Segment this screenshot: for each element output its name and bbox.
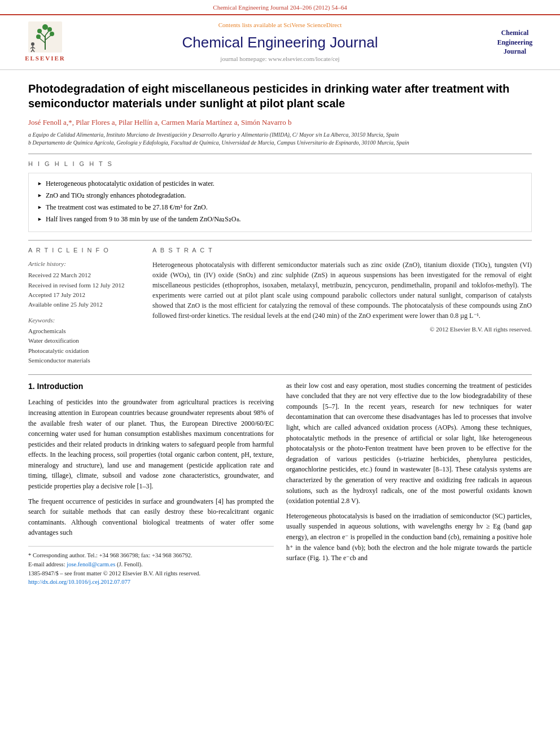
doi-footnote: http://dx.doi.org/10.1016/j.cej.2012.07.… bbox=[28, 578, 274, 587]
author-names: José Fenoll a,*, Pilar Flores a, Pilar H… bbox=[28, 118, 291, 126]
intro-para-3: as their low cost and easy operation, mo… bbox=[286, 381, 532, 506]
keyword-1: Agrochemicals bbox=[28, 327, 141, 335]
email-footnote: E-mail address: jose.fenoll@carm.es (J. … bbox=[28, 560, 274, 569]
abstract-label: A B S T R A C T bbox=[152, 246, 532, 255]
svg-point-11 bbox=[31, 42, 34, 46]
history-label: Article history: bbox=[28, 260, 141, 268]
highlight-item-3: The treatment cost was estimated to be 2… bbox=[37, 203, 523, 212]
highlight-item-1: Heterogeneous photocatalytic oxidation o… bbox=[37, 179, 523, 189]
journal-title: Chemical Engineering Journal bbox=[79, 32, 481, 53]
svg-point-6 bbox=[36, 34, 41, 39]
highlights-box: Heterogeneous photocatalytic oxidation o… bbox=[28, 173, 532, 232]
divider-1 bbox=[28, 154, 532, 154]
keyword-4: Semiconductor materials bbox=[28, 356, 141, 365]
intro-para-4: Heterogeneous photocatalysis is based on… bbox=[286, 511, 532, 563]
revised-date: Received in revised form 12 July 2012 bbox=[28, 281, 141, 290]
affiliation-b: b Departamento de Química Agrícola, Geol… bbox=[28, 139, 532, 147]
online-date: Available online 25 July 2012 bbox=[28, 300, 141, 309]
article-info-column: A R T I C L E I N F O Article history: R… bbox=[28, 246, 141, 366]
svg-point-10 bbox=[42, 24, 48, 30]
article-info-abstract: A R T I C L E I N F O Article history: R… bbox=[28, 246, 532, 366]
accepted-date: Accepted 17 July 2012 bbox=[28, 291, 141, 299]
article-info-label: A R T I C L E I N F O bbox=[28, 246, 141, 255]
copyright: © 2012 Elsevier B.V. All rights reserved… bbox=[152, 325, 532, 334]
divider-2 bbox=[28, 240, 532, 241]
keyword-3: Photocatalytic oxidation bbox=[28, 347, 141, 355]
body-col-left: 1. Introduction Leaching of pesticides i… bbox=[28, 381, 274, 587]
elsevier-logo: ELSEVIER bbox=[25, 21, 65, 63]
corresponding-author: * Corresponding author. Tel.: +34 968 36… bbox=[28, 551, 274, 560]
sciverse-link-text[interactable]: SciVerse ScienceDirect bbox=[283, 21, 342, 28]
journal-header: ELSEVIER Contents lists available at Sci… bbox=[0, 15, 560, 69]
abstract-column: A B S T R A C T Heterogeneous photocatal… bbox=[152, 246, 532, 366]
journal-title-side-box: Chemical Engineering Journal bbox=[481, 28, 549, 56]
highlight-item-2: ZnO and TiO₂ strongly enhances photodegr… bbox=[37, 191, 523, 200]
authors: José Fenoll a,*, Pilar Flores a, Pilar H… bbox=[28, 117, 532, 128]
divider-3 bbox=[28, 374, 532, 375]
footnotes: * Corresponding author. Tel.: +34 968 36… bbox=[28, 546, 274, 587]
intro-para-1: Leaching of pesticides into the groundwa… bbox=[28, 397, 274, 491]
journal-homepage: journal homepage: www.elsevier.com/locat… bbox=[79, 55, 481, 63]
body-col-right: as their low cost and easy operation, mo… bbox=[286, 381, 532, 587]
issn-footnote: 1385-8947/$ – see front matter © 2012 El… bbox=[28, 569, 274, 578]
highlights-section: H I G H L I G H T S Heterogeneous photoc… bbox=[28, 160, 532, 233]
affiliation-a: a Equipo de Calidad Alimentaria, Institu… bbox=[28, 131, 532, 139]
keyword-2: Water detoxification bbox=[28, 337, 141, 345]
highlights-label: H I G H L I G H T S bbox=[28, 160, 532, 168]
publisher-logo-area: ELSEVIER bbox=[11, 21, 79, 63]
svg-point-8 bbox=[37, 29, 42, 33]
sciverse-text: Contents lists available at SciVerse Sci… bbox=[79, 21, 481, 29]
journal-title-side: Chemical Engineering Journal bbox=[481, 28, 549, 56]
body-columns: 1. Introduction Leaching of pesticides i… bbox=[28, 381, 532, 587]
received-date: Received 22 March 2012 bbox=[28, 271, 141, 279]
elsevier-tree-icon bbox=[28, 21, 62, 53]
journal-header-center: Contents lists available at SciVerse Sci… bbox=[79, 21, 481, 63]
affiliations: a Equipo de Calidad Alimentaria, Institu… bbox=[28, 131, 532, 147]
svg-point-9 bbox=[47, 27, 52, 32]
doi-link[interactable]: http://dx.doi.org/10.1016/j.cej.2012.07.… bbox=[28, 579, 130, 585]
journal-reference-bar: Chemical Engineering Journal 204–206 (20… bbox=[0, 0, 560, 15]
elsevier-label: ELSEVIER bbox=[25, 54, 65, 63]
email-link[interactable]: jose.fenoll@carm.es bbox=[67, 561, 115, 567]
keywords-label: Keywords: bbox=[28, 316, 141, 325]
journal-reference: Chemical Engineering Journal 204–206 (20… bbox=[213, 4, 347, 11]
abstract-text: Heterogeneous photocatalysis with differ… bbox=[152, 260, 532, 321]
intro-para-2: The frequent occurrence of pesticides in… bbox=[28, 496, 274, 538]
main-content: Photodegradation of eight miscellaneous … bbox=[0, 70, 560, 598]
highlight-item-4: Half lives ranged from 9 to 38 min by us… bbox=[37, 215, 523, 224]
svg-point-7 bbox=[50, 32, 54, 36]
intro-heading: 1. Introduction bbox=[28, 381, 274, 393]
article-title: Photodegradation of eight miscellaneous … bbox=[28, 81, 532, 111]
